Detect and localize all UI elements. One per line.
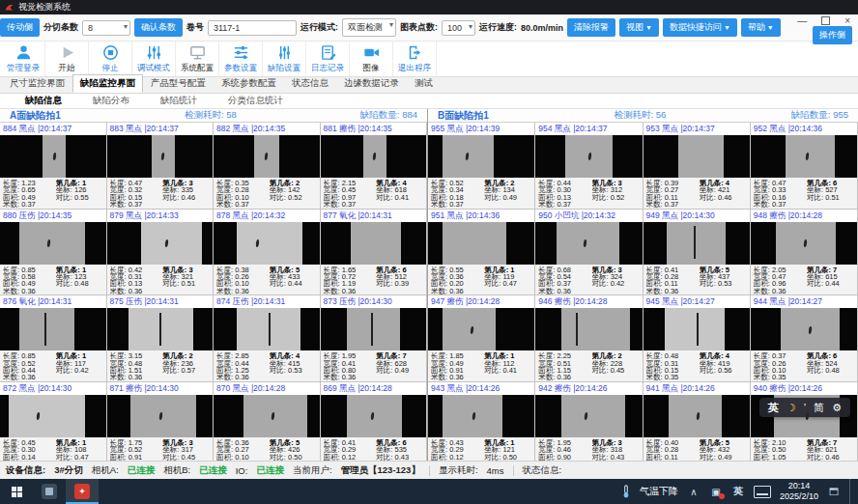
minimize-icon[interactable]: —: [797, 15, 807, 26]
touch-keyboard-icon[interactable]: [754, 486, 771, 498]
defect-cell[interactable]: 948 擦伤 |20:14:28长度: 2.05宽度: 0.47面积: 0.96…: [751, 210, 858, 296]
data-quick-access-button[interactable]: 数据快捷访问: [663, 18, 737, 37]
image-button[interactable]: 图像: [350, 42, 393, 76]
info-line: 坐标: 312: [592, 186, 640, 193]
defect-cell[interactable]: 883 黑点 |20:14:37长度: 0.47宽度: 0.32面积: 0.15…: [107, 123, 214, 210]
start-button[interactable]: [0, 479, 33, 504]
main-tab-6[interactable]: 测试: [407, 74, 441, 93]
start-button[interactable]: 开始: [45, 42, 89, 76]
defect-cell[interactable]: 942 擦伤 |20:14:26长度: 1.95宽度: 0.46面积: 0.90…: [535, 382, 643, 469]
defect-cell[interactable]: 954 黑点 |20:14:37长度: 0.44宽度: 0.30面积: 0.13…: [535, 123, 643, 210]
defect-cell-header: 881 擦伤 |20:14:35: [321, 123, 427, 135]
defect-cell[interactable]: 944 黑点 |20:14:27长度: 0.37宽度: 0.26面积: 0.10…: [751, 295, 858, 382]
action-center-icon[interactable]: 🗔: [827, 485, 841, 498]
run-mode-select[interactable]: 双面检测: [342, 18, 396, 37]
log-record-button[interactable]: 日志记录: [306, 42, 350, 76]
info-line: 第几条: 7: [807, 439, 854, 446]
defect-cell[interactable]: 884 黑点 |20:14:37长度: 1.23宽度: 0.65面积: 0.49…: [0, 123, 107, 210]
defect-info-left: 长度: 0.35宽度: 0.28面积: 0.10米数: 0.37: [216, 180, 270, 209]
defect-cell[interactable]: 951 黑点 |20:14:36长度: 0.55宽度: 0.36面积: 0.20…: [428, 210, 535, 296]
ime-simplified-toggle[interactable]: 简: [814, 401, 824, 415]
maximize-icon[interactable]: [821, 16, 830, 25]
ime-apostrophe[interactable]: ’: [804, 402, 806, 413]
defect-cell[interactable]: 872 黑点 |20:14:30长度: 0.45宽度: 0.30面积: 0.14…: [0, 382, 107, 469]
split-count-select[interactable]: 8: [82, 20, 130, 36]
defect-cell[interactable]: 952 黑点 |20:14:36长度: 0.47宽度: 0.33面积: 0.16…: [751, 123, 858, 210]
stop-button[interactable]: 停止: [89, 42, 132, 76]
defect-cell[interactable]: 875 压伤 |20:14:31长度: 3.15宽度: 0.48面积: 1.51…: [107, 295, 214, 382]
defect-cell[interactable]: 940 擦伤 |20:14:26长度: 2.10宽度: 0.50面积: 1.05…: [751, 382, 858, 469]
defect-cell[interactable]: 955 黑点 |20:14:39长度: 0.52宽度: 0.34面积: 0.18…: [428, 123, 535, 210]
taskbar-clock[interactable]: 20:14 2025/2/10: [780, 481, 818, 502]
show-desktop-strip[interactable]: [849, 479, 854, 504]
defect-cell[interactable]: 878 黑点 |20:14:32长度: 0.38宽度: 0.26面积: 0.10…: [214, 210, 321, 296]
defect-cell[interactable]: 882 黑点 |20:14:35长度: 0.35宽度: 0.28面积: 0.10…: [214, 123, 321, 210]
defect-cell[interactable]: 873 压伤 |20:14:30长度: 1.95宽度: 0.41面积: 0.80…: [321, 295, 428, 382]
sub-tab-0[interactable]: 缺陷信息: [10, 94, 77, 108]
param-settings-button[interactable]: 参数设置: [219, 42, 263, 76]
defect-image: [321, 395, 427, 437]
weather-text[interactable]: 气温下降: [640, 485, 678, 498]
defect-cell[interactable]: 879 黑点 |20:14:33长度: 0.42宽度: 0.31面积: 0.13…: [107, 210, 214, 296]
confirm-count-button[interactable]: 确认条数: [134, 18, 183, 37]
info-line: 坐标: 142: [270, 186, 317, 193]
defect-cell[interactable]: 953 黑点 |20:14:37长度: 0.39宽度: 0.27面积: 0.11…: [644, 123, 751, 210]
defect-cell[interactable]: 947 擦伤 |20:14:28长度: 1.85宽度: 0.49面积: 0.91…: [428, 295, 535, 382]
defect-cell[interactable]: 871 擦伤 |20:14:30长度: 1.75宽度: 0.52面积: 0.91…: [107, 382, 214, 469]
defect-cell[interactable]: 945 黑点 |20:14:27长度: 0.48宽度: 0.31面积: 0.15…: [644, 295, 751, 382]
view-menu-button[interactable]: 视图: [619, 18, 659, 37]
main-tab-1[interactable]: 缺陷监控界面: [72, 74, 143, 93]
defect-info-right: 第几条: 2坐标: 236对比: 0.57: [162, 352, 210, 381]
main-tab-4[interactable]: 状态信息: [284, 74, 336, 93]
debug-mode-button[interactable]: 调试模式: [132, 42, 176, 76]
main-tab-0[interactable]: 尺寸监控界面: [2, 74, 72, 93]
exit-program-button[interactable]: 退出程序: [393, 42, 437, 76]
defect-cell[interactable]: 877 氧化 |20:14:31长度: 1.65宽度: 0.72面积: 1.19…: [321, 210, 428, 296]
info-line: 对比: 0.53: [270, 367, 317, 374]
defect-cell[interactable]: 941 黑点 |20:14:26长度: 0.40宽度: 0.28面积: 0.11…: [644, 382, 751, 469]
tray-notification-icon[interactable]: ▣: [709, 485, 723, 498]
main-tab-2[interactable]: 产品型号配置: [143, 74, 214, 93]
drive-side-button[interactable]: 传动侧: [0, 18, 40, 37]
main-tab-5[interactable]: 边缘数据记录: [336, 74, 407, 93]
info-line: 第几条: 3: [162, 439, 210, 446]
defect-cell[interactable]: 949 黑点 |20:14:30长度: 0.41宽度: 0.28面积: 0.11…: [644, 210, 751, 296]
close-icon[interactable]: ×: [844, 15, 850, 26]
defect-cell[interactable]: 881 擦伤 |20:14:35长度: 2.15宽度: 0.45面积: 0.97…: [321, 123, 428, 210]
defect-cell[interactable]: 950 小凹坑 |20:14:32长度: 0.68宽度: 0.54面积: 0.3…: [535, 210, 643, 296]
clear-alarm-button[interactable]: 清除报警: [567, 18, 615, 37]
chart-points-select[interactable]: 100: [442, 20, 475, 36]
roll-number-input[interactable]: [208, 20, 297, 36]
tray-expand-icon[interactable]: ∧: [687, 485, 701, 498]
gear-icon[interactable]: ⚙: [832, 402, 842, 414]
info-line: 第几条: 7: [807, 266, 854, 273]
status-message-label: 状态信息:: [523, 464, 562, 477]
info-line: 第几条: 6: [807, 352, 854, 359]
defect-cell[interactable]: 943 黑点 |20:14:26长度: 0.43宽度: 0.29面积: 0.12…: [428, 382, 535, 469]
sub-tab-3[interactable]: 分类信息统计: [213, 94, 299, 108]
defect-cell[interactable]: 874 压伤 |20:14:31长度: 2.85宽度: 0.44面积: 1.25…: [214, 295, 321, 382]
ime-english-toggle[interactable]: 英: [768, 401, 779, 415]
system-config-button[interactable]: 系统配置: [176, 42, 219, 76]
main-tab-3[interactable]: 系统参数配置: [214, 74, 284, 93]
taskbar-app-inspection[interactable]: ✦: [66, 479, 99, 504]
ime-toolbar[interactable]: 英 ☽ ’ 简 ⚙: [759, 398, 850, 417]
sub-tab-2[interactable]: 缺陷统计: [145, 94, 213, 108]
ime-language-indicator[interactable]: 英: [731, 485, 745, 498]
admin-login-button[interactable]: 管理登录: [2, 42, 45, 76]
defect-image: [428, 395, 534, 437]
defect-image: [214, 395, 320, 437]
defect-cell[interactable]: 876 氧化 |20:14:31长度: 0.85宽度: 0.52面积: 0.44…: [0, 295, 107, 382]
info-line: 长度: 0.39: [646, 180, 700, 186]
defect-image: [321, 135, 427, 178]
defect-cell[interactable]: 870 黑点 |20:14:28长度: 0.36宽度: 0.27面积: 0.10…: [214, 382, 321, 469]
defect-cell[interactable]: 946 擦伤 |20:14:28长度: 2.25宽度: 0.51面积: 1.15…: [535, 295, 643, 382]
defect-settings-button[interactable]: 缺陷设置: [263, 42, 306, 76]
taskbar-app-generic[interactable]: [33, 479, 66, 504]
defect-cell[interactable]: 880 压伤 |20:14:35长度: 0.85宽度: 0.58面积: 0.49…: [0, 210, 107, 296]
moon-icon[interactable]: ☽: [786, 402, 796, 414]
help-menu-button[interactable]: 帮助: [741, 18, 781, 37]
defect-cell[interactable]: 869 黑点 |20:14:28长度: 0.41宽度: 0.29面积: 0.12…: [321, 382, 428, 469]
operate-side-button[interactable]: 操作侧: [813, 26, 852, 44]
sub-tab-1[interactable]: 缺陷分布: [77, 94, 145, 108]
